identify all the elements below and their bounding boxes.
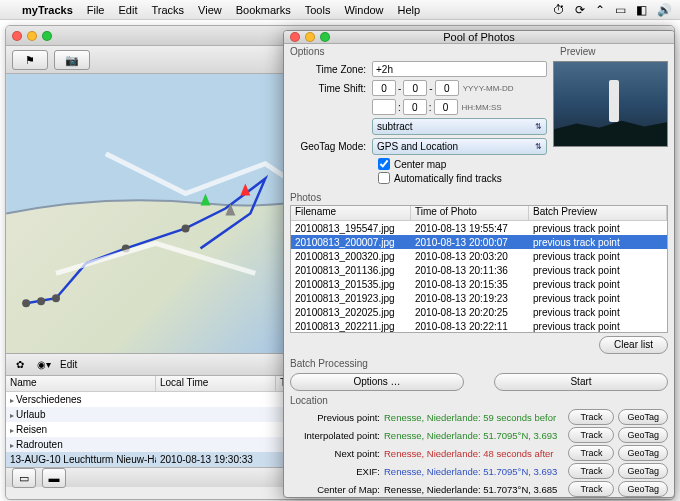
zoom-icon[interactable]: [42, 31, 52, 41]
track-button[interactable]: Track: [568, 445, 614, 461]
table-row[interactable]: 20100813_200320.jpg2010-08-13 20:03:20pr…: [291, 249, 667, 263]
menubar: myTracks File Edit Tracks View Bookmarks…: [0, 0, 680, 20]
timezone-input[interactable]: [372, 61, 547, 77]
batch-start-button[interactable]: Start: [494, 373, 668, 391]
table-row[interactable]: 20100813_195547.jpg2010-08-13 19:55:47pr…: [291, 221, 667, 235]
add-track-button[interactable]: ▭: [12, 468, 36, 488]
table-row[interactable]: 20100813_200007.jpg2010-08-13 20:00:07pr…: [291, 235, 667, 249]
preview-panel: [553, 61, 668, 186]
folder-button[interactable]: ▬: [42, 468, 66, 488]
volume-icon[interactable]: 🔊: [657, 3, 672, 17]
zoom-icon[interactable]: [320, 32, 330, 42]
location-panel: Previous point:Renesse, Niederlande: 59 …: [284, 406, 674, 498]
col-batchpreview[interactable]: Batch Preview: [529, 206, 667, 220]
hint-time: HH:MM:SS: [458, 103, 502, 112]
table-row[interactable]: 20100813_201535.jpg2010-08-13 20:15:35pr…: [291, 277, 667, 291]
menu-tools[interactable]: Tools: [305, 4, 331, 16]
battery-icon[interactable]: ◧: [636, 3, 647, 17]
svg-point-2: [52, 294, 60, 302]
table-row[interactable]: 20100813_202211.jpg2010-08-13 20:22:11pr…: [291, 319, 667, 333]
clock-icon[interactable]: ⏱: [553, 3, 565, 17]
menu-view[interactable]: View: [198, 4, 222, 16]
display-icon[interactable]: ▭: [615, 3, 626, 17]
location-row: Center of Map:Renesse, Niederlande: 51.7…: [290, 480, 668, 498]
col-phototime[interactable]: Time of Photo: [411, 206, 529, 220]
pool-window: Pool of Photos Options Preview Time Zone…: [283, 30, 675, 498]
shift-sec[interactable]: [434, 99, 458, 115]
svg-point-4: [182, 224, 190, 232]
location-label: Location: [284, 393, 674, 406]
shift-day[interactable]: [435, 80, 459, 96]
minimize-icon[interactable]: [305, 32, 315, 42]
track-button[interactable]: Track: [568, 481, 614, 497]
menu-tracks[interactable]: Tracks: [151, 4, 184, 16]
tz-label: Time Zone:: [290, 64, 372, 75]
geotag-button[interactable]: GeoTag: [618, 463, 668, 479]
location-row: Interpolated point:Renesse, Niederlande:…: [290, 426, 668, 444]
shift-month[interactable]: [403, 80, 427, 96]
eye-icon[interactable]: ◉▾: [36, 359, 52, 370]
location-row: EXIF:Renesse, Niederlande: 51.7095°N, 3.…: [290, 462, 668, 480]
menu-help[interactable]: Help: [398, 4, 421, 16]
gear-icon[interactable]: ✿: [12, 359, 28, 370]
location-row: Previous point:Renesse, Niederlande: 59 …: [290, 408, 668, 426]
edit-label[interactable]: Edit: [60, 359, 77, 370]
track-button[interactable]: Track: [568, 463, 614, 479]
col-localtime[interactable]: Local Time: [156, 376, 276, 391]
shift-hour[interactable]: [372, 99, 396, 115]
menu-bookmarks[interactable]: Bookmarks: [236, 4, 291, 16]
svg-point-1: [37, 297, 45, 305]
center-map-checkbox[interactable]: Center map: [378, 158, 547, 170]
table-row[interactable]: 20100813_201136.jpg2010-08-13 20:11:36pr…: [291, 263, 667, 277]
shift-op-select[interactable]: subtract: [372, 118, 547, 135]
track-button[interactable]: Track: [568, 427, 614, 443]
camera-button[interactable]: 📷: [54, 50, 90, 70]
geotag-button[interactable]: GeoTag: [618, 445, 668, 461]
options-panel: Time Zone: Time Shift: - - YYYY-MM-DD : …: [290, 61, 547, 186]
svg-point-0: [22, 299, 30, 307]
col-name[interactable]: Name: [6, 376, 156, 391]
pool-title: Pool of Photos: [443, 31, 515, 43]
location-row: Next point:Renesse, Niederlande: 48 seco…: [290, 444, 668, 462]
geotag-mode-select[interactable]: GPS and Location: [372, 138, 547, 155]
options-label: Options: [284, 44, 554, 57]
batch-label: Batch Processing: [284, 356, 674, 369]
geotag-button[interactable]: GeoTag: [618, 409, 668, 425]
shift-label: Time Shift:: [290, 83, 372, 94]
sync-icon[interactable]: ⟳: [575, 3, 585, 17]
close-icon[interactable]: [12, 31, 22, 41]
menu-window[interactable]: Window: [344, 4, 383, 16]
flag-button[interactable]: ⚑: [12, 50, 48, 70]
auto-find-checkbox[interactable]: Automatically find tracks: [378, 172, 547, 184]
app-menu[interactable]: myTracks: [22, 4, 73, 16]
shift-year[interactable]: [372, 80, 396, 96]
pool-titlebar: Pool of Photos: [284, 31, 674, 44]
mode-label: GeoTag Mode:: [290, 141, 372, 152]
shift-min[interactable]: [403, 99, 427, 115]
close-icon[interactable]: [290, 32, 300, 42]
preview-image: [553, 61, 668, 147]
minimize-icon[interactable]: [27, 31, 37, 41]
preview-label: Preview: [554, 44, 674, 57]
track-button[interactable]: Track: [568, 409, 614, 425]
col-filename[interactable]: Filename: [291, 206, 411, 220]
geotag-button[interactable]: GeoTag: [618, 481, 668, 497]
menu-file[interactable]: File: [87, 4, 105, 16]
batch-options-button[interactable]: Options …: [290, 373, 464, 391]
table-row[interactable]: 20100813_201923.jpg2010-08-13 20:19:23pr…: [291, 291, 667, 305]
table-row[interactable]: 20100813_202025.jpg2010-08-13 20:20:25pr…: [291, 305, 667, 319]
hint-date: YYYY-MM-DD: [459, 84, 514, 93]
menu-edit[interactable]: Edit: [119, 4, 138, 16]
clear-list-button[interactable]: Clear list: [599, 336, 668, 354]
wifi-icon[interactable]: ⌃: [595, 3, 605, 17]
geotag-button[interactable]: GeoTag: [618, 427, 668, 443]
photo-table: Filename Time of Photo Batch Preview 201…: [290, 205, 668, 333]
photos-label: Photos: [284, 190, 674, 203]
